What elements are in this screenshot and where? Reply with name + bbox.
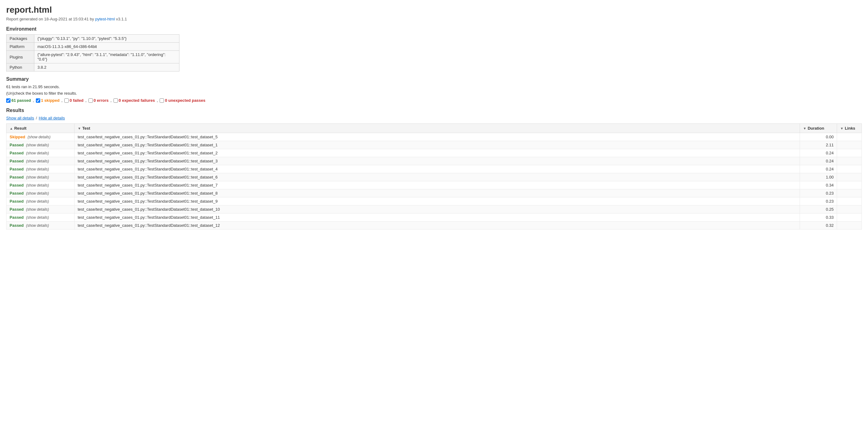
show-details-link[interactable]: (show details)	[26, 215, 49, 220]
duration-value: 0.33	[800, 214, 837, 221]
show-details-link[interactable]: (show details)	[26, 175, 49, 180]
result-label: Passed	[9, 167, 24, 172]
filter-item-skipped: 1 skipped	[36, 98, 60, 103]
links-cell	[837, 206, 862, 214]
test-name: test_case/test_negative_cases_01.py::Tes…	[74, 181, 800, 189]
table-row: Passed (show details) test_case/test_neg…	[6, 173, 862, 181]
test-name: test_case/test_negative_cases_01.py::Tes…	[74, 206, 800, 214]
test-name: test_case/test_negative_cases_01.py::Tes…	[74, 221, 800, 229]
links-cell	[837, 165, 862, 173]
table-row: Passed (show details) test_case/test_neg…	[6, 181, 862, 189]
results-heading: Results	[6, 108, 862, 113]
report-meta: Report generated on 18-Aug-2021 at 15:03…	[6, 17, 862, 21]
filter-item-errors: 0 errors	[89, 98, 108, 103]
result-label: Passed	[9, 159, 24, 163]
duration-value: 0.24	[800, 157, 837, 165]
env-row: Packages{"pluggy": "0.13.1", "py": "1.10…	[6, 35, 179, 43]
show-details-link[interactable]: (show details)	[26, 167, 49, 172]
links-cell	[837, 157, 862, 165]
filter-checkbox-failed[interactable]	[64, 98, 69, 103]
show-details-link[interactable]: (show details)	[26, 151, 49, 155]
result-label: Passed	[9, 143, 24, 147]
table-row: Passed (show details) test_case/test_neg…	[6, 165, 862, 173]
duration-value: 0.00	[800, 133, 837, 141]
results-table: ▲Result▼Test▼Duration▼Links Skipped (sho…	[6, 123, 862, 229]
table-row: Passed (show details) test_case/test_neg…	[6, 214, 862, 221]
duration-value: 0.23	[800, 189, 837, 197]
filter-item-xfail: 0 expected failures	[114, 98, 155, 103]
duration-value: 0.23	[800, 197, 837, 206]
test-name: test_case/test_negative_cases_01.py::Tes…	[74, 141, 800, 149]
env-row: Python3.8.2	[6, 63, 179, 71]
result-label: Passed	[9, 191, 24, 195]
links-cell	[837, 149, 862, 157]
show-details-link[interactable]: (show details)	[26, 223, 49, 228]
result-label: Skipped	[9, 134, 25, 139]
col-header-links[interactable]: ▼Links	[837, 124, 862, 133]
duration-value: 0.24	[800, 165, 837, 173]
test-name: test_case/test_negative_cases_01.py::Tes…	[74, 189, 800, 197]
environment-table: Packages{"pluggy": "0.13.1", "py": "1.10…	[6, 34, 179, 71]
links-cell	[837, 214, 862, 221]
show-details-link[interactable]: (show details)	[28, 135, 51, 139]
table-row: Passed (show details) test_case/test_neg…	[6, 197, 862, 206]
result-label: Passed	[9, 207, 24, 212]
show-details-link[interactable]: (show details)	[26, 199, 49, 204]
duration-value: 0.34	[800, 181, 837, 189]
show-details-link[interactable]: (show details)	[26, 207, 49, 212]
result-label: Passed	[9, 151, 24, 155]
col-header-test[interactable]: ▼Test	[74, 124, 800, 133]
table-row: Passed (show details) test_case/test_neg…	[6, 149, 862, 157]
filter-checkbox-xpass[interactable]	[160, 98, 164, 103]
page-title: report.html	[6, 5, 862, 15]
table-row: Passed (show details) test_case/test_neg…	[6, 157, 862, 165]
filter-item-failed: 0 failed	[64, 98, 84, 103]
table-row: Passed (show details) test_case/test_neg…	[6, 189, 862, 197]
test-name: test_case/test_negative_cases_01.py::Tes…	[74, 157, 800, 165]
table-row: Passed (show details) test_case/test_neg…	[6, 141, 862, 149]
filter-item-xpass: 0 unexpected passes	[160, 98, 206, 103]
test-name: test_case/test_negative_cases_01.py::Tes…	[74, 173, 800, 181]
duration-value: 0.32	[800, 221, 837, 229]
show-hide-links: Show all details / Hide all details	[6, 116, 862, 120]
env-row: Plugins{"allure-pytest": "2.9.43", "html…	[6, 51, 179, 63]
duration-value: 1.00	[800, 173, 837, 181]
filter-checkbox-xfail[interactable]	[114, 98, 118, 103]
show-details-link[interactable]: (show details)	[26, 183, 49, 187]
filter-checkbox-errors[interactable]	[89, 98, 93, 103]
show-all-details-link[interactable]: Show all details	[6, 116, 34, 120]
result-label: Passed	[9, 199, 24, 204]
stats-text: 61 tests ran in 21.95 seconds.	[6, 85, 862, 89]
filter-row: 61 passed, 1 skipped, 0 failed, 0 errors…	[6, 98, 862, 103]
result-label: Passed	[9, 223, 24, 228]
pytest-html-link[interactable]: pytest-html	[95, 17, 115, 21]
links-cell	[837, 181, 862, 189]
filter-item-passed: 61 passed	[6, 98, 31, 103]
duration-value: 0.25	[800, 206, 837, 214]
result-label: Passed	[9, 215, 24, 220]
environment-heading: Environment	[6, 26, 862, 32]
links-cell	[837, 221, 862, 229]
filter-checkbox-passed[interactable]	[6, 98, 10, 103]
links-cell	[837, 141, 862, 149]
table-row: Passed (show details) test_case/test_neg…	[6, 206, 862, 214]
show-details-link[interactable]: (show details)	[26, 191, 49, 195]
duration-value: 0.24	[800, 149, 837, 157]
test-name: test_case/test_negative_cases_01.py::Tes…	[74, 133, 800, 141]
links-cell	[837, 197, 862, 206]
filter-instruction: (Un)check the boxes to filter the result…	[6, 91, 862, 96]
links-cell	[837, 173, 862, 181]
show-details-link[interactable]: (show details)	[26, 143, 49, 147]
result-label: Passed	[9, 175, 24, 180]
env-row: PlatformmacOS-11.3.1-x86_64-i386-64bit	[6, 43, 179, 51]
table-row: Passed (show details) test_case/test_neg…	[6, 221, 862, 229]
test-name: test_case/test_negative_cases_01.py::Tes…	[74, 149, 800, 157]
duration-value: 2.11	[800, 141, 837, 149]
hide-all-details-link[interactable]: Hide all details	[39, 116, 65, 120]
col-header-duration[interactable]: ▼Duration	[800, 124, 837, 133]
table-row: Skipped (show details) test_case/test_ne…	[6, 133, 862, 141]
links-cell	[837, 133, 862, 141]
show-details-link[interactable]: (show details)	[26, 159, 49, 163]
filter-checkbox-skipped[interactable]	[36, 98, 40, 103]
col-header-result[interactable]: ▲Result	[6, 124, 74, 133]
